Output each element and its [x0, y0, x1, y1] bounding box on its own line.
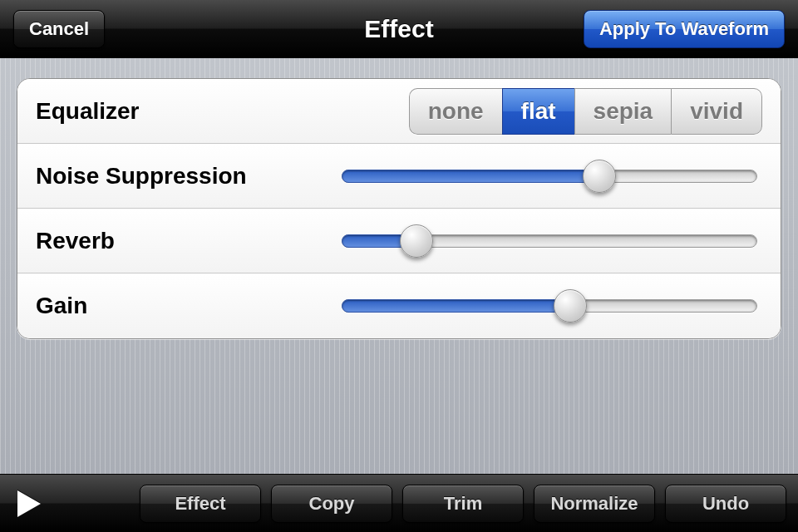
effect-settings-card: Equalizer noneflatsepiavivid Noise Suppr… [17, 78, 781, 339]
equalizer-label: Equalizer [36, 98, 310, 125]
slider-thumb[interactable] [554, 289, 587, 323]
slider-fill [342, 170, 599, 183]
trim-button[interactable]: Trim [402, 485, 524, 523]
equalizer-segmented: noneflatsepiavivid [409, 88, 762, 135]
row-reverb: Reverb [17, 209, 781, 273]
equalizer-option-flat[interactable]: flat [502, 88, 574, 135]
row-gain: Gain [17, 273, 781, 338]
row-equalizer: Equalizer noneflatsepiavivid [17, 79, 781, 144]
slider-thumb[interactable] [400, 224, 433, 258]
noise-suppression-slider[interactable] [342, 161, 757, 191]
normalize-button[interactable]: Normalize [534, 485, 655, 523]
noise-suppression-label: Noise Suppression [36, 163, 310, 190]
equalizer-option-sepia[interactable]: sepia [574, 88, 672, 135]
play-button[interactable] [12, 486, 47, 521]
navbar: Cancel Effect Apply To Waveform [0, 0, 798, 58]
apply-button[interactable]: Apply To Waveform [584, 10, 785, 48]
copy-button[interactable]: Copy [271, 485, 392, 523]
reverb-label: Reverb [36, 228, 310, 254]
play-icon [17, 490, 41, 517]
equalizer-option-none[interactable]: none [409, 88, 502, 135]
effect-button[interactable]: Effect [140, 485, 261, 523]
gain-slider[interactable] [342, 291, 757, 321]
undo-button[interactable]: Undo [665, 485, 786, 523]
equalizer-option-vivid[interactable]: vivid [671, 88, 762, 135]
slider-fill [342, 299, 570, 313]
svg-marker-0 [17, 490, 41, 517]
reverb-slider[interactable] [342, 226, 757, 256]
slider-thumb[interactable] [583, 160, 616, 193]
gain-label: Gain [36, 293, 310, 319]
toolbar: Effect Copy Trim Normalize Undo [0, 474, 798, 532]
row-noise-suppression: Noise Suppression [17, 144, 781, 209]
cancel-button[interactable]: Cancel [13, 10, 105, 48]
